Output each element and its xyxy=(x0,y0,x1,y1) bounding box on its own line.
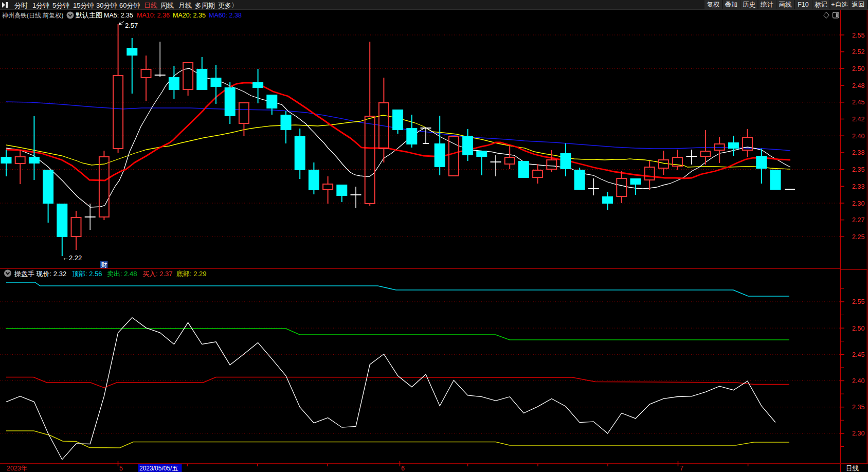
svg-text:2.40: 2.40 xyxy=(852,133,864,140)
svg-text:MA20: 2.35: MA20: 2.35 xyxy=(173,12,206,19)
svg-text:←2.22: ←2.22 xyxy=(62,254,82,262)
svg-text:2.30: 2.30 xyxy=(852,430,864,437)
svg-text:日线: 日线 xyxy=(846,465,859,472)
svg-text:2.30: 2.30 xyxy=(852,200,864,207)
svg-text:6: 6 xyxy=(401,465,405,472)
svg-text:2.52: 2.52 xyxy=(852,48,864,56)
svg-text:2.55: 2.55 xyxy=(852,32,864,39)
svg-text:2.45: 2.45 xyxy=(852,99,864,106)
svg-text:2.27: 2.27 xyxy=(852,216,864,224)
svg-text:2.55: 2.55 xyxy=(852,298,864,305)
svg-text:2.38: 2.38 xyxy=(852,149,864,156)
svg-text:2.40: 2.40 xyxy=(852,377,864,385)
svg-text:7: 7 xyxy=(680,465,683,472)
svg-text:MA5: 2.35: MA5: 2.35 xyxy=(104,12,133,19)
svg-text:2.48: 2.48 xyxy=(852,82,864,89)
svg-text:2.57: 2.57 xyxy=(125,22,138,29)
svg-text:卖出: 2.48: 卖出: 2.48 xyxy=(107,270,137,278)
svg-text:2023年: 2023年 xyxy=(7,465,27,472)
svg-text:2.45: 2.45 xyxy=(852,351,864,358)
svg-text:2.42: 2.42 xyxy=(852,116,864,123)
svg-text:2.35: 2.35 xyxy=(852,166,864,173)
svg-text:顶部: 2.56: 顶部: 2.56 xyxy=(72,270,102,278)
svg-text:MA60: 2.38: MA60: 2.38 xyxy=(209,12,242,19)
svg-text:2.50: 2.50 xyxy=(852,65,864,72)
svg-text:2023/05/05/五: 2023/05/05/五 xyxy=(139,465,178,472)
svg-text:买入: 2.37: 买入: 2.37 xyxy=(142,270,173,278)
svg-text:财: 财 xyxy=(101,261,107,268)
svg-text:2.50: 2.50 xyxy=(852,325,864,332)
svg-text:2.35: 2.35 xyxy=(852,404,864,411)
svg-text:2.33: 2.33 xyxy=(852,183,864,190)
svg-text:5: 5 xyxy=(119,465,123,472)
svg-text:神州高铁(日线.前复权): 神州高铁(日线.前复权) xyxy=(2,12,63,19)
svg-text:底部: 2.29: 底部: 2.29 xyxy=(176,270,207,278)
svg-text:操盘手 现价: 2.32: 操盘手 现价: 2.32 xyxy=(14,270,66,278)
svg-text:MA10: 2.36: MA10: 2.36 xyxy=(137,12,170,19)
svg-text:2.25: 2.25 xyxy=(852,233,864,241)
svg-text:默认主图: 默认主图 xyxy=(76,11,102,19)
